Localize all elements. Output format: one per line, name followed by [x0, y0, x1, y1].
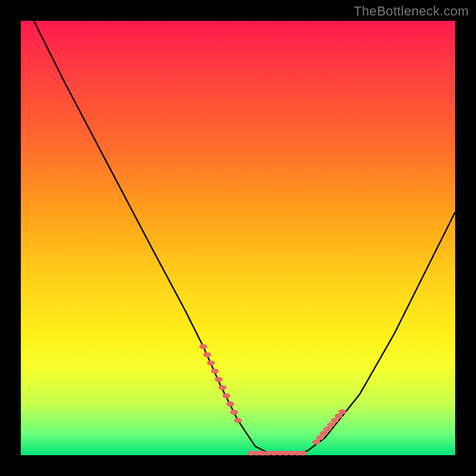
chart-frame: TheBottleneck.com — [0, 0, 476, 476]
marker-dot — [320, 431, 327, 436]
marker-dot — [218, 385, 226, 390]
marker-dot — [331, 418, 339, 422]
marker-dot — [299, 450, 307, 455]
marker-dot — [207, 361, 215, 365]
marker-dot — [215, 377, 223, 382]
marker-dot — [323, 427, 331, 431]
marker-dot — [211, 369, 218, 374]
curve-group — [34, 21, 455, 455]
marker-dot — [234, 418, 242, 422]
marker-dot — [327, 422, 335, 427]
marker-dot — [199, 344, 207, 349]
marker-dot — [226, 402, 234, 406]
marker-dot — [316, 436, 324, 440]
chart-overlay — [21, 21, 455, 455]
bottleneck-curve — [34, 21, 455, 455]
marker-dot — [230, 410, 238, 415]
marker-dot — [223, 393, 230, 398]
marker-dot — [338, 409, 346, 414]
marker-segment-right — [312, 409, 346, 445]
watermark-text: TheBottleneck.com — [354, 4, 469, 19]
marker-dot — [203, 352, 211, 357]
marker-segment-left — [199, 344, 242, 423]
marker-dot — [312, 440, 320, 444]
marker-dot — [334, 414, 342, 418]
